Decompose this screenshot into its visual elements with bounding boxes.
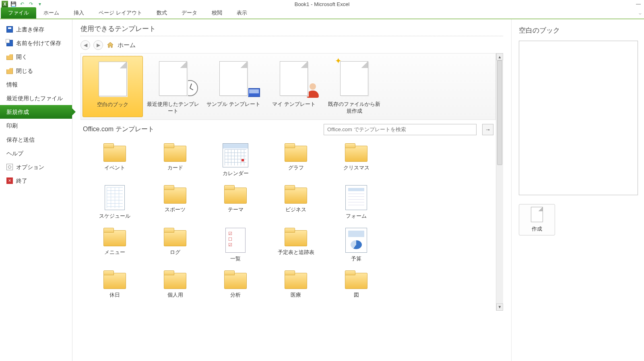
sidebar-item-4[interactable]: 情報 bbox=[0, 78, 72, 91]
folder-label: スポーツ bbox=[145, 206, 205, 213]
tab-view[interactable]: 表示 bbox=[229, 7, 254, 19]
scroll-up-button[interactable]: ▲ bbox=[496, 53, 503, 60]
folder-label: メニュー bbox=[85, 249, 145, 256]
folder-icon bbox=[163, 185, 187, 204]
home-icon[interactable] bbox=[106, 41, 114, 49]
tab-formulas[interactable]: 数式 bbox=[149, 7, 174, 19]
template-label: サンプル テンプレート bbox=[205, 101, 262, 108]
template-folder-7[interactable]: テーマ bbox=[205, 185, 266, 220]
template-label: 既存のファイルから新規作成 bbox=[326, 101, 383, 115]
sidebar-item-8[interactable]: 保存と送信 bbox=[0, 133, 72, 146]
divider bbox=[80, 36, 503, 36]
folder-label: イベント bbox=[85, 164, 145, 171]
folder-label: フォーム bbox=[326, 212, 386, 220]
template-my[interactable]: マイ テンプレート bbox=[264, 56, 324, 117]
sidebar-item-1[interactable]: 名前を付けて保存 bbox=[0, 36, 72, 50]
template-folder-15[interactable]: 休日 bbox=[85, 270, 145, 299]
sidebar-item-9[interactable]: ヘルプ bbox=[0, 146, 72, 160]
qat-save-icon[interactable]: 💾 bbox=[10, 0, 17, 8]
qat-redo-icon[interactable]: ↷ bbox=[27, 0, 35, 8]
tab-file[interactable]: ファイル bbox=[1, 7, 36, 19]
sidebar-item-2[interactable]: 開く bbox=[0, 50, 72, 64]
folder-label: スケジュール bbox=[85, 212, 145, 220]
nav-forward-button[interactable]: ▶ bbox=[93, 40, 103, 50]
template-thumb-icon bbox=[206, 58, 261, 99]
template-folder-12[interactable]: 一覧 bbox=[205, 228, 266, 262]
template-folder-11[interactable]: ログ bbox=[145, 228, 205, 262]
template-folder-19[interactable]: 図 bbox=[326, 270, 386, 299]
template-folder-4[interactable]: クリスマス bbox=[326, 143, 386, 177]
sidebar-item-5[interactable]: 最近使用したファイル bbox=[0, 91, 72, 105]
nav-back-button[interactable]: ◀ bbox=[80, 40, 90, 50]
template-thumb-icon: ✦ bbox=[327, 58, 382, 99]
sidebar-item-11[interactable]: 終了 bbox=[0, 174, 72, 188]
tab-home[interactable]: ホーム bbox=[36, 7, 66, 19]
template-folder-16[interactable]: 個人用 bbox=[145, 270, 205, 299]
template-folders-grid: イベントカードカレンダーグラフクリスマススケジュールスポーツテーマビジネスフォー… bbox=[80, 139, 496, 311]
ribbon-collapse-icon[interactable]: ⌵ bbox=[639, 10, 642, 16]
tab-insert[interactable]: 挿入 bbox=[66, 7, 91, 19]
qat-undo-icon[interactable]: ↶ bbox=[19, 0, 26, 8]
template-folder-0[interactable]: イベント bbox=[85, 143, 145, 177]
tab-page-layout[interactable]: ページ レイアウト bbox=[91, 7, 149, 19]
templates-scrollbar[interactable]: ▲ ▼ bbox=[496, 53, 503, 311]
sidebar-item-label: 保存と送信 bbox=[6, 136, 35, 143]
builtin-templates-row: 空白のブック最近使用したテンプレートサンプル テンプレートマイ テンプレート✦既… bbox=[80, 53, 496, 120]
folder-label: クリスマス bbox=[326, 164, 386, 171]
calendar-icon bbox=[223, 143, 248, 167]
template-sample[interactable]: サンプル テンプレート bbox=[203, 56, 264, 117]
excel-app-icon: X bbox=[2, 1, 8, 7]
folder-label: 休日 bbox=[85, 291, 145, 299]
folder-icon bbox=[284, 143, 308, 162]
template-folder-6[interactable]: スポーツ bbox=[145, 185, 205, 220]
create-button-label: 作成 bbox=[532, 225, 542, 233]
template-folder-10[interactable]: メニュー bbox=[85, 228, 145, 262]
breadcrumb-home[interactable]: ホーム bbox=[118, 41, 136, 49]
sidebar-item-3[interactable]: 閉じる bbox=[0, 64, 72, 78]
template-label: 空白のブック bbox=[85, 101, 141, 108]
sidebar-item-0[interactable]: 上書き保存 bbox=[0, 23, 72, 36]
folder-icon bbox=[223, 185, 248, 204]
folder-label: 予定表と追跡表 bbox=[266, 249, 326, 256]
sidebar-item-7[interactable]: 印刷 bbox=[0, 119, 72, 132]
template-fromfile[interactable]: ✦既存のファイルから新規作成 bbox=[324, 56, 384, 117]
template-folder-3[interactable]: グラフ bbox=[266, 143, 326, 177]
templates-heading: 使用できるテンプレート bbox=[80, 24, 503, 33]
template-folder-5[interactable]: スケジュール bbox=[85, 185, 145, 220]
tab-review[interactable]: 校閲 bbox=[204, 7, 229, 19]
save-icon bbox=[6, 26, 13, 33]
ribbon-tabs: ファイル ホーム 挿入 ページ レイアウト 数式 データ 校閲 表示 ⌵ bbox=[0, 8, 644, 19]
template-folder-1[interactable]: カード bbox=[145, 143, 205, 177]
backstage-sidebar: 上書き保存名前を付けて保存開く閉じる情報最近使用したファイル新規作成印刷保存と送… bbox=[0, 19, 72, 361]
budget-icon bbox=[345, 228, 367, 253]
folder-icon bbox=[344, 270, 368, 289]
sidebar-item-label: 情報 bbox=[6, 81, 18, 88]
sidebar-item-6[interactable]: 新規作成 bbox=[0, 105, 72, 119]
window-minimize-button[interactable]: — bbox=[633, 0, 644, 8]
window-title: Book1 - Microsoft Excel bbox=[0, 1, 644, 7]
tab-data[interactable]: データ bbox=[174, 7, 204, 19]
folder-label: 一覧 bbox=[205, 255, 266, 262]
template-search-input[interactable] bbox=[324, 124, 477, 135]
scroll-down-button[interactable]: ▼ bbox=[496, 303, 503, 311]
template-recent[interactable]: 最近使用したテンプレート bbox=[143, 56, 203, 117]
template-search-go-button[interactable]: → bbox=[482, 124, 493, 135]
template-folder-9[interactable]: フォーム bbox=[326, 185, 386, 220]
folder-label: 医療 bbox=[266, 291, 326, 299]
template-blank[interactable]: 空白のブック bbox=[83, 56, 143, 117]
backstage-view: 上書き保存名前を付けて保存開く閉じる情報最近使用したファイル新規作成印刷保存と送… bbox=[0, 19, 644, 361]
template-folder-13[interactable]: 予定表と追跡表 bbox=[266, 228, 326, 262]
folder-icon bbox=[163, 228, 187, 246]
sidebar-item-10[interactable]: オプション bbox=[0, 160, 72, 174]
sidebar-item-label: 開く bbox=[16, 53, 27, 60]
create-button[interactable]: 作成 bbox=[519, 204, 555, 235]
office-section-title: Office.com テンプレート bbox=[83, 125, 154, 134]
folder-icon bbox=[223, 270, 248, 289]
scroll-thumb[interactable] bbox=[497, 60, 502, 165]
template-folder-2[interactable]: カレンダー bbox=[205, 143, 266, 177]
template-folder-18[interactable]: 医療 bbox=[266, 270, 326, 299]
qat-customize-icon[interactable]: ▾ bbox=[36, 0, 43, 8]
template-folder-17[interactable]: 分析 bbox=[205, 270, 266, 299]
template-folder-14[interactable]: 予算 bbox=[326, 228, 386, 262]
template-folder-8[interactable]: ビジネス bbox=[266, 185, 326, 220]
